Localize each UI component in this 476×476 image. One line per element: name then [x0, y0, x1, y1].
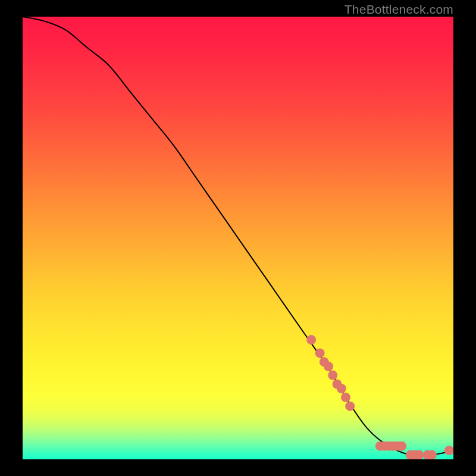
data-marker	[444, 446, 453, 455]
data-marker	[337, 384, 346, 393]
data-marker	[427, 450, 437, 459]
bottleneck-curve	[23, 17, 453, 456]
curve-layer	[23, 17, 453, 459]
data-marker	[414, 450, 424, 459]
data-marker	[345, 402, 355, 411]
data-marker	[306, 335, 316, 345]
data-marker	[328, 371, 337, 380]
data-marker	[324, 362, 333, 371]
data-marker	[341, 393, 350, 402]
data-marker	[397, 441, 406, 451]
chart-stage: TheBottleneck.com	[0, 0, 476, 476]
data-marker	[315, 348, 325, 358]
watermark-text: TheBottleneck.com	[345, 2, 453, 17]
plot-area	[23, 17, 453, 459]
